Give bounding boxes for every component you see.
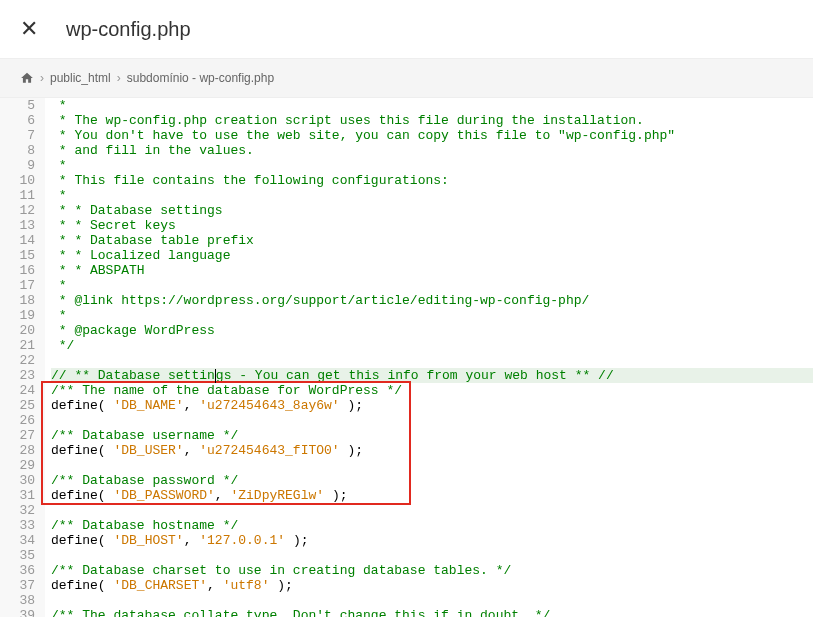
code-area[interactable]: * * The wp-config.php creation script us…	[45, 98, 813, 617]
code-line[interactable]: *	[51, 278, 813, 293]
code-line[interactable]: /** Database hostname */	[51, 518, 813, 533]
breadcrumb: › public_html › subdomínio - wp-config.p…	[0, 58, 813, 98]
text-cursor	[215, 369, 216, 383]
line-gutter: 5678910111213141516171819202122232425262…	[0, 98, 45, 617]
line-number: 15	[10, 248, 35, 263]
line-number: 16	[10, 263, 35, 278]
code-line[interactable]: * * Secret keys	[51, 218, 813, 233]
code-line[interactable]: /** Database password */	[51, 473, 813, 488]
code-line[interactable]	[51, 353, 813, 368]
code-line[interactable]: * The wp-config.php creation script uses…	[51, 113, 813, 128]
code-line[interactable]: define( 'DB_CHARSET', 'utf8' );	[51, 578, 813, 593]
code-line[interactable]: * @link https://wordpress.org/support/ar…	[51, 293, 813, 308]
breadcrumb-item[interactable]: subdomínio - wp-config.php	[127, 71, 274, 85]
code-line[interactable]	[51, 593, 813, 608]
file-title: wp-config.php	[66, 18, 191, 41]
line-number: 35	[10, 548, 35, 563]
line-number: 23	[10, 368, 35, 383]
line-number: 38	[10, 593, 35, 608]
code-line[interactable]	[51, 503, 813, 518]
line-number: 37	[10, 578, 35, 593]
line-number: 5	[10, 98, 35, 113]
line-number: 11	[10, 188, 35, 203]
line-number: 33	[10, 518, 35, 533]
line-number: 8	[10, 143, 35, 158]
line-number: 9	[10, 158, 35, 173]
line-number: 17	[10, 278, 35, 293]
code-line[interactable]: /** The name of the database for WordPre…	[51, 383, 813, 398]
line-number: 21	[10, 338, 35, 353]
breadcrumb-separator: ›	[117, 71, 121, 85]
line-number: 36	[10, 563, 35, 578]
line-number: 29	[10, 458, 35, 473]
code-line[interactable]	[51, 458, 813, 473]
code-line[interactable]: */	[51, 338, 813, 353]
breadcrumb-separator: ›	[40, 71, 44, 85]
code-line[interactable]	[51, 548, 813, 563]
code-line[interactable]: /** Database username */	[51, 428, 813, 443]
code-line[interactable]: * * ABSPATH	[51, 263, 813, 278]
line-number: 22	[10, 353, 35, 368]
code-line[interactable]: /** The database collate type. Don't cha…	[51, 608, 813, 617]
code-line[interactable]: define( 'DB_NAME', 'u272454643_8ay6w' );	[51, 398, 813, 413]
line-number: 31	[10, 488, 35, 503]
code-line[interactable]: define( 'DB_USER', 'u272454643_fITO0' );	[51, 443, 813, 458]
line-number: 28	[10, 443, 35, 458]
code-line[interactable]: define( 'DB_HOST', '127.0.0.1' );	[51, 533, 813, 548]
breadcrumb-item[interactable]: public_html	[50, 71, 111, 85]
code-editor[interactable]: 5678910111213141516171819202122232425262…	[0, 98, 813, 617]
code-line[interactable]: *	[51, 308, 813, 323]
line-number: 14	[10, 233, 35, 248]
code-line[interactable]: *	[51, 98, 813, 113]
code-line[interactable]: define( 'DB_PASSWORD', 'ZiDpyREGlw' );	[51, 488, 813, 503]
code-line[interactable]: * * Localized language	[51, 248, 813, 263]
close-icon[interactable]: ✕	[20, 16, 38, 42]
line-number: 10	[10, 173, 35, 188]
line-number: 39	[10, 608, 35, 617]
code-line[interactable]: * This file contains the following confi…	[51, 173, 813, 188]
home-icon[interactable]	[20, 71, 34, 85]
code-line[interactable]: * You don't have to use the web site, yo…	[51, 128, 813, 143]
code-line[interactable]: *	[51, 188, 813, 203]
line-number: 7	[10, 128, 35, 143]
line-number: 24	[10, 383, 35, 398]
line-number: 30	[10, 473, 35, 488]
line-number: 25	[10, 398, 35, 413]
code-line[interactable]	[51, 413, 813, 428]
code-line[interactable]: *	[51, 158, 813, 173]
editor-header: ✕ wp-config.php	[0, 0, 813, 58]
code-line[interactable]: * * Database settings	[51, 203, 813, 218]
line-number: 26	[10, 413, 35, 428]
code-line[interactable]: /** Database charset to use in creating …	[51, 563, 813, 578]
line-number: 32	[10, 503, 35, 518]
line-number: 12	[10, 203, 35, 218]
line-number: 19	[10, 308, 35, 323]
line-number: 27	[10, 428, 35, 443]
code-line[interactable]: // ** Database settings - You can get th…	[51, 368, 813, 383]
code-line[interactable]: * @package WordPress	[51, 323, 813, 338]
line-number: 6	[10, 113, 35, 128]
code-line[interactable]: * * Database table prefix	[51, 233, 813, 248]
line-number: 34	[10, 533, 35, 548]
line-number: 13	[10, 218, 35, 233]
line-number: 20	[10, 323, 35, 338]
line-number: 18	[10, 293, 35, 308]
code-line[interactable]: * and fill in the values.	[51, 143, 813, 158]
